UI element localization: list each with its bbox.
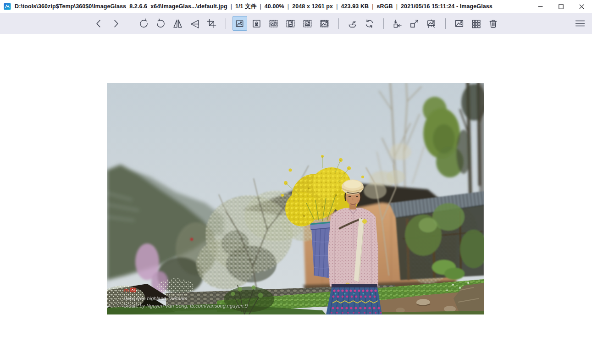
slideshow-easel-icon bbox=[426, 18, 437, 29]
photo-sun-icon bbox=[454, 18, 465, 29]
flip-vertical-button[interactable] bbox=[188, 16, 202, 31]
imageglass-app-icon bbox=[4, 3, 11, 10]
flip-horizontal-button[interactable] bbox=[171, 16, 185, 31]
scale-to-fit-icon bbox=[302, 18, 313, 29]
grid-icon bbox=[471, 18, 481, 29]
photo-caption: Dong Van highland, Vietnam Credit: by Ng… bbox=[123, 287, 248, 309]
go-to-image-button[interactable] bbox=[390, 16, 405, 31]
next-image-button[interactable] bbox=[109, 16, 123, 31]
red-press-logo-icon bbox=[123, 287, 138, 293]
zoom-level: 40.00% bbox=[265, 3, 284, 10]
hamburger-menu-icon bbox=[575, 18, 586, 29]
photo-image bbox=[107, 83, 484, 314]
auto-zoom-photo-icon bbox=[234, 18, 245, 29]
file-count: 1/1 文件 bbox=[235, 3, 256, 10]
scale-to-width-icon bbox=[268, 18, 279, 29]
modified-date: 2021/05/16 15:11:24 bbox=[401, 3, 454, 10]
full-screen-icon bbox=[409, 18, 420, 29]
auto-zoom-button[interactable] bbox=[232, 16, 247, 31]
rotate-left-icon bbox=[138, 18, 149, 29]
toolbar bbox=[0, 13, 592, 34]
toolbar-separator bbox=[445, 18, 446, 29]
window-controls bbox=[530, 0, 592, 13]
color-space: sRGB bbox=[377, 3, 393, 10]
toolbar-separator bbox=[130, 18, 130, 29]
caption-location: Dong Van highland, Vietnam bbox=[123, 295, 248, 302]
app-name-suffix: - ImageGlass bbox=[456, 3, 492, 10]
previous-image-button[interactable] bbox=[92, 16, 106, 31]
refresh-icon bbox=[364, 18, 375, 29]
toolbar-separator bbox=[338, 18, 339, 29]
file-path: D:\tools\360zip$Temp\360$0\ImageGlass_8.… bbox=[15, 3, 227, 10]
delete-button[interactable] bbox=[486, 16, 501, 31]
image-canvas: Dong Van highland, Vietnam Credit: by Ng… bbox=[0, 34, 592, 364]
trash-icon bbox=[488, 18, 498, 29]
flip-vertical-icon bbox=[189, 18, 200, 29]
scale-to-height-icon bbox=[285, 18, 296, 29]
photo-viewer[interactable]: Dong Van highland, Vietnam Credit: by Ng… bbox=[107, 83, 484, 314]
full-screen-button[interactable] bbox=[407, 16, 422, 31]
maximize-icon bbox=[559, 4, 564, 9]
chevron-right-icon bbox=[111, 18, 121, 29]
thumbnail-grid-button[interactable] bbox=[469, 16, 484, 31]
refresh-button[interactable] bbox=[362, 16, 377, 31]
toolbar-separator bbox=[226, 18, 226, 29]
scale-to-height-button[interactable] bbox=[283, 16, 298, 31]
imageglass-window: D:\tools\360zip$Temp\360$0\ImageGlass_8.… bbox=[0, 0, 592, 364]
open-file-button[interactable] bbox=[345, 16, 360, 31]
rotate-left-button[interactable] bbox=[137, 16, 151, 31]
crop-icon bbox=[206, 18, 217, 29]
crop-button[interactable] bbox=[205, 16, 219, 31]
go-to-image-icon bbox=[392, 18, 403, 29]
rotate-right-button[interactable] bbox=[154, 16, 168, 31]
file-size: 423.93 KB bbox=[341, 3, 369, 10]
rotate-right-icon bbox=[155, 18, 166, 29]
flip-horizontal-icon bbox=[172, 18, 183, 29]
caption-credit: Credit: by Nguyen Van Song, fb.com/vanso… bbox=[123, 302, 248, 309]
checkerboard-button[interactable] bbox=[452, 16, 467, 31]
minimize-button[interactable] bbox=[530, 0, 551, 13]
title-text: D:\tools\360zip$Temp\360$0\ImageGlass_8.… bbox=[15, 3, 492, 11]
open-file-boat-icon bbox=[347, 18, 358, 29]
maximize-button[interactable] bbox=[551, 0, 571, 13]
lock-zoom-icon bbox=[251, 18, 262, 29]
scale-to-fill-button[interactable] bbox=[317, 16, 332, 31]
image-dimensions: 2048 x 1261 px bbox=[292, 3, 333, 10]
scale-to-fill-icon bbox=[319, 18, 330, 29]
close-icon bbox=[579, 4, 584, 9]
scale-to-fit-button[interactable] bbox=[300, 16, 315, 31]
minimize-icon bbox=[538, 4, 543, 9]
slideshow-button[interactable] bbox=[424, 16, 439, 31]
main-menu-button[interactable] bbox=[573, 16, 587, 31]
titlebar: D:\tools\360zip$Temp\360$0\ImageGlass_8.… bbox=[0, 0, 592, 13]
close-button[interactable] bbox=[571, 0, 592, 13]
chevron-left-icon bbox=[94, 18, 104, 29]
toolbar-separator bbox=[383, 18, 384, 29]
scale-to-width-button[interactable] bbox=[266, 16, 281, 31]
lock-zoom-button[interactable] bbox=[249, 16, 264, 31]
